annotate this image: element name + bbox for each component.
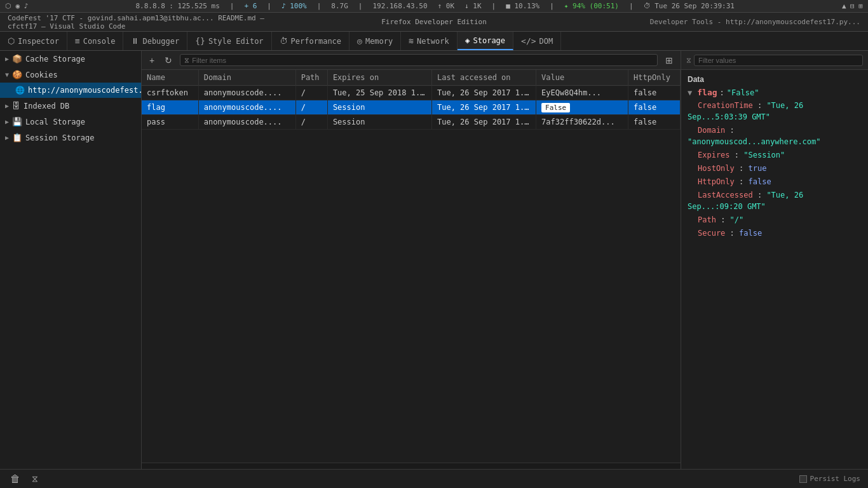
cell-value: EyEQw8Q4hm... xyxy=(536,86,628,100)
volume-info: ♪ 100% xyxy=(281,2,307,10)
col-domain[interactable]: Domain xyxy=(198,70,295,86)
right-panel-content: Data ▼ flag : "False" CreationTime : "Tu… xyxy=(681,70,868,469)
cell-http_only: false xyxy=(628,100,681,115)
cell-expires: Tue, 25 Sep 2018 1... xyxy=(327,86,431,100)
separator1: | xyxy=(230,2,234,10)
col-value[interactable]: Value xyxy=(536,70,628,86)
table-row[interactable]: passanonymouscode..../SessionTue, 26 Sep… xyxy=(142,115,681,130)
console-icon: ≡ xyxy=(75,36,80,46)
cell-path: / xyxy=(295,86,327,100)
cell-name: flag xyxy=(142,100,198,115)
data-section-label: Data xyxy=(688,75,862,84)
os-icons: ⬡ ◉ ♪ xyxy=(5,2,29,10)
sidebar: ▶ 📦 Cache Storage ▼ 🍪 Cookies 🌐 http://a… xyxy=(0,51,142,469)
cell-path: / xyxy=(295,115,327,130)
data-flag-entry[interactable]: ▼ flag : "False" xyxy=(688,88,862,97)
tab-network[interactable]: ≋ Network xyxy=(401,32,457,50)
layout-button[interactable]: ⊞ xyxy=(663,54,675,67)
session-storage-icon: 📋 xyxy=(12,133,22,142)
network-icon: ≋ xyxy=(409,36,414,46)
globe-icon: 🌐 xyxy=(15,86,25,95)
tab-memory[interactable]: ◎ Memory xyxy=(349,32,401,50)
sidebar-item-cookies-url-label: http://anonymouscodefest... xyxy=(28,86,142,95)
sidebar-item-indexed-db[interactable]: ▶ 🗄 Indexed DB xyxy=(0,98,141,114)
filter-items-input[interactable] xyxy=(192,57,653,64)
sidebar-item-cache-storage[interactable]: ▶ 📦 Cache Storage xyxy=(0,51,141,67)
col-httponly[interactable]: HttpOnly xyxy=(628,70,681,86)
tab-style-editor[interactable]: {} Style Editor xyxy=(187,32,271,50)
right-panel: ⧖ Data ▼ flag : "False" CreationTime : "… xyxy=(681,51,868,469)
tab-dom[interactable]: </> DOM xyxy=(513,32,561,50)
data-prop-domain: Domain : "anonymouscod...anywhere.com" xyxy=(688,125,862,147)
cookies-icon: 🍪 xyxy=(12,70,22,79)
sidebar-item-cookies-url[interactable]: 🌐 http://anonymouscodefest... xyxy=(0,83,141,98)
right-panel-toolbar: ⧖ xyxy=(681,51,868,70)
datetime-value: Tue 26 Sep 20:39:31 xyxy=(654,2,735,10)
data-prop-creationtime: CreationTime : "Tue, 26 Sep...5:03:39 GM… xyxy=(688,100,862,123)
separator7: | xyxy=(629,2,634,10)
devtools-tabs: ⬡ Inspector ≡ Console ⏸ Debugger {} Styl… xyxy=(0,32,868,51)
add-entry-button[interactable]: + xyxy=(147,54,157,67)
session-storage-arrow: ▶ xyxy=(5,134,9,141)
data-tree: ▼ flag : "False" CreationTime : "Tue, 26… xyxy=(688,88,862,239)
data-prop-hostonly: HostOnly : true xyxy=(688,163,862,174)
sidebar-item-cookies[interactable]: ▼ 🍪 Cookies xyxy=(0,67,141,83)
flag-arrow: ▼ xyxy=(688,88,692,97)
persist-logs-checkbox[interactable] xyxy=(799,475,807,483)
cell-last_accessed: Tue, 26 Sep 2017 1... xyxy=(431,86,536,100)
cell-last_accessed: Tue, 26 Sep 2017 1... xyxy=(431,100,536,115)
delete-button[interactable]: 🗑 xyxy=(8,472,23,486)
browser-title-left: CodeFest '17 CTF - govind.sahai.apm13@it… xyxy=(0,14,294,30)
cell-name: pass xyxy=(142,115,198,130)
filter-values-input[interactable] xyxy=(698,57,858,64)
time-icon: ⏱ xyxy=(644,2,651,10)
net-down: ↓ 1K xyxy=(465,2,482,10)
status-filter-button[interactable]: ⧖ xyxy=(29,472,41,485)
local-storage-arrow: ▶ xyxy=(5,118,9,125)
col-expires[interactable]: Expires on xyxy=(327,70,431,86)
sidebar-item-indexed-db-label: Indexed DB xyxy=(24,102,69,111)
tab-memory-label: Memory xyxy=(365,37,393,46)
inspector-icon: ⬡ xyxy=(8,36,15,46)
indexed-db-arrow: ▶ xyxy=(5,102,9,109)
sidebar-item-local-storage[interactable]: ▶ 💾 Local Storage xyxy=(0,114,141,130)
data-prop-secure: Secure : false xyxy=(688,227,862,239)
filter-box[interactable]: ⧖ xyxy=(180,54,658,66)
data-prop-path: Path : "/" xyxy=(688,214,862,226)
refresh-button[interactable]: ↻ xyxy=(162,54,175,67)
storage-area: + ↻ ⧖ ⊞ Name Domain Path Expires on Last… xyxy=(142,51,681,469)
col-path[interactable]: Path xyxy=(295,70,327,86)
tab-debugger[interactable]: ⏸ Debugger xyxy=(123,32,187,50)
flag-value: "False" xyxy=(727,88,759,97)
data-prop-httponly: HttpOnly : false xyxy=(688,176,862,187)
tab-performance[interactable]: ⏱ Performance xyxy=(272,32,349,50)
status-bar: 🗑 ⧖ Persist Logs xyxy=(0,469,868,488)
cpu-info: ■ 10.13% xyxy=(506,2,539,10)
table-row[interactable]: csrftokenanonymouscode..../Tue, 25 Sep 2… xyxy=(142,86,681,100)
cookies-arrow: ▼ xyxy=(5,71,9,78)
tab-style-editor-label: Style Editor xyxy=(208,37,264,46)
data-prop-lastaccessed: LastAccessed : "Tue, 26 Sep...:09:20 GMT… xyxy=(688,189,862,212)
tab-storage[interactable]: ◈ Storage xyxy=(458,32,513,50)
tab-inspector-label: Inspector xyxy=(18,37,59,46)
tab-console[interactable]: ≡ Console xyxy=(67,32,123,50)
table-row[interactable]: flaganonymouscode..../SessionTue, 26 Sep… xyxy=(142,100,681,115)
cache-storage-icon: 📦 xyxy=(12,54,22,64)
right-filter-box[interactable] xyxy=(694,55,863,66)
col-name[interactable]: Name xyxy=(142,70,198,86)
performance-icon: ⏱ xyxy=(280,36,288,46)
col-last-accessed[interactable]: Last accessed on xyxy=(431,70,536,86)
sidebar-item-session-storage[interactable]: ▶ 📋 Session Storage xyxy=(0,130,141,146)
scrollbar[interactable] xyxy=(142,463,681,469)
indexed-db-icon: 🗄 xyxy=(12,101,20,111)
tab-inspector[interactable]: ⬡ Inspector xyxy=(0,32,67,50)
right-filter-icon: ⧖ xyxy=(686,56,691,64)
separator4: | xyxy=(358,2,363,10)
system-bar-right: ▲ ⊟ ⊞ xyxy=(842,2,863,10)
storage-toolbar: + ↻ ⧖ ⊞ xyxy=(142,51,681,70)
cell-http_only: false xyxy=(628,86,681,100)
memory-icon: ◎ xyxy=(357,36,362,46)
separator5: | xyxy=(492,2,496,10)
dns-info: 8.8.8.8 : 125.525 ms xyxy=(135,2,219,10)
tray-icons: ▲ ⊟ ⊞ xyxy=(842,2,863,10)
